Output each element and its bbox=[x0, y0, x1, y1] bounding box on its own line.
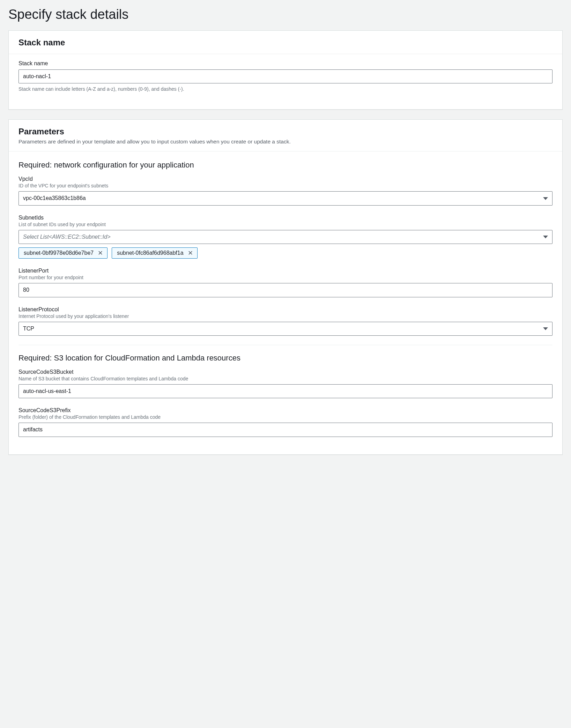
s3prefix-input[interactable] bbox=[18, 423, 553, 437]
subnet-token: subnet-0bf9978e08d6e7be7 ✕ bbox=[18, 247, 107, 259]
chevron-down-icon bbox=[543, 236, 548, 238]
page-title: Specify stack details bbox=[8, 7, 563, 22]
parameters-heading: Parameters bbox=[18, 127, 553, 136]
parameters-desc: Parameters are defined in your template … bbox=[18, 139, 553, 145]
s3prefix-hint: Prefix (folder) of the CloudFormation te… bbox=[18, 414, 553, 420]
stack-name-hint: Stack name can include letters (A-Z and … bbox=[18, 86, 553, 92]
listenerport-label: ListenerPort bbox=[18, 268, 553, 274]
vpcid-select[interactable]: vpc-00c1ea35863c1b86a bbox=[18, 191, 553, 205]
listenerprotocol-label: ListenerProtocol bbox=[18, 306, 553, 313]
s3bucket-input[interactable] bbox=[18, 384, 553, 398]
listenerprotocol-hint: Internet Protocol used by your applicati… bbox=[18, 313, 553, 319]
parameters-panel: Parameters Parameters are defined in you… bbox=[8, 119, 563, 454]
close-icon[interactable]: ✕ bbox=[187, 250, 194, 256]
subnet-token-label: subnet-0fc86af6d968abf1a bbox=[117, 250, 183, 256]
chevron-down-icon bbox=[543, 197, 548, 200]
stack-name-heading: Stack name bbox=[18, 38, 553, 47]
subnet-token-label: subnet-0bf9978e08d6e7be7 bbox=[24, 250, 94, 256]
subnetids-label: SubnetIds bbox=[18, 215, 553, 221]
subnet-token: subnet-0fc86af6d968abf1a ✕ bbox=[112, 247, 197, 259]
subnetids-hint: List of subnet IDs used by your endpoint bbox=[18, 222, 553, 227]
close-icon[interactable]: ✕ bbox=[97, 250, 104, 256]
s3bucket-label: SourceCodeS3Bucket bbox=[18, 369, 553, 375]
listenerport-input[interactable] bbox=[18, 283, 553, 297]
subnetids-tokens: subnet-0bf9978e08d6e7be7 ✕ subnet-0fc86a… bbox=[18, 247, 553, 259]
vpcid-hint: ID of the VPC for your endpoint's subnet… bbox=[18, 183, 553, 188]
chevron-down-icon bbox=[543, 327, 548, 330]
subnetids-select[interactable]: Select List<AWS::EC2::Subnet::Id> bbox=[18, 230, 553, 244]
s3prefix-label: SourceCodeS3Prefix bbox=[18, 407, 553, 414]
stack-name-input[interactable] bbox=[18, 69, 553, 83]
subnetids-placeholder: Select List<AWS::EC2::Subnet::Id> bbox=[23, 233, 111, 241]
listenerport-hint: Port number for your endpoint bbox=[18, 275, 553, 280]
stack-name-label: Stack name bbox=[18, 60, 553, 67]
section-s3-title: Required: S3 location for CloudFormation… bbox=[18, 354, 553, 363]
vpcid-label: VpcId bbox=[18, 176, 553, 182]
listenerprotocol-value: TCP bbox=[23, 325, 34, 333]
s3bucket-hint: Name of S3 bucket that contains CloudFor… bbox=[18, 376, 553, 381]
listenerprotocol-select[interactable]: TCP bbox=[18, 322, 553, 336]
divider bbox=[18, 345, 553, 345]
section-network-title: Required: network configuration for your… bbox=[18, 161, 553, 170]
stack-name-panel: Stack name Stack name Stack name can inc… bbox=[8, 30, 563, 110]
vpcid-value: vpc-00c1ea35863c1b86a bbox=[23, 194, 86, 202]
